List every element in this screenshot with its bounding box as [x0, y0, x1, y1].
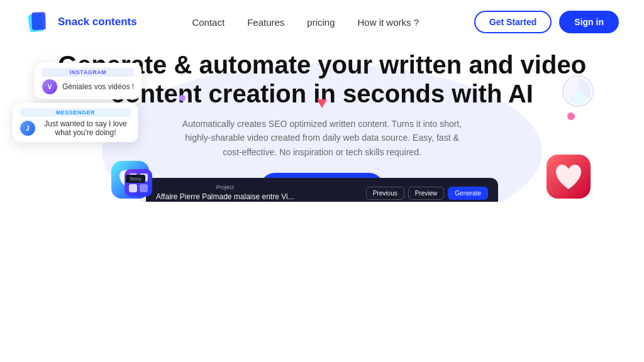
svg-rect-2: [31, 12, 46, 30]
instagram-badge: INSTAGRAM: [42, 68, 134, 77]
brand-name: Snack contents: [58, 16, 137, 28]
dashboard-project-label: Project: [156, 184, 294, 190]
dashboard-actions: Previous Preview Generate: [366, 187, 488, 200]
svg-rect-9: [129, 184, 137, 192]
instagram-message: Géniales vos vidéos !: [62, 82, 134, 91]
messenger-message: Just wanted to say I love what you're do…: [40, 119, 131, 137]
nav-how-it-works[interactable]: How it works ?: [358, 17, 419, 28]
nav-pricing[interactable]: pricing: [307, 17, 335, 28]
nav-contact[interactable]: Contact: [192, 17, 225, 28]
navbar: Snack contents Contact Features pricing …: [0, 0, 644, 44]
preview-button[interactable]: Preview: [408, 187, 445, 200]
messenger-avatar: J: [20, 121, 35, 136]
pink-dot-decoration: [567, 112, 575, 120]
hero-subtext: Automatically creates SEO optimized writ…: [177, 117, 467, 159]
dashboard-project-title: Affaire Pierre Palmade malaise entre Vi.…: [156, 192, 294, 201]
dashboard-preview: Project Affaire Pierre Palmade malaise e…: [146, 178, 498, 202]
story-label: Story: [126, 175, 145, 183]
messenger-badge: MESSENGER: [20, 108, 131, 117]
instagram-avatar: V: [42, 79, 57, 94]
svg-rect-6: [125, 169, 152, 197]
nav-actions: Get Started Sign in: [474, 11, 619, 33]
generate-button[interactable]: Generate: [448, 187, 488, 200]
get-started-button[interactable]: Get Started: [474, 11, 552, 33]
logo[interactable]: Snack contents: [25, 9, 137, 35]
squares-icon: [123, 167, 154, 199]
instagram-float-card: INSTAGRAM V Géniales vos vidéos !: [35, 63, 142, 99]
nav-links: Contact Features pricing How it works ?: [192, 17, 419, 28]
triangle-decoration: [317, 99, 327, 108]
svg-rect-10: [140, 184, 148, 192]
sign-in-button[interactable]: Sign in: [559, 11, 619, 33]
messenger-float-card: MESSENGER J Just wanted to say I love wh…: [13, 103, 138, 142]
nav-features[interactable]: Features: [247, 17, 284, 28]
hero-section: INSTAGRAM V Géniales vos vidéos ! Genera…: [0, 44, 644, 202]
heart-icon-right: [543, 151, 594, 202]
previous-button[interactable]: Previous: [366, 187, 404, 200]
